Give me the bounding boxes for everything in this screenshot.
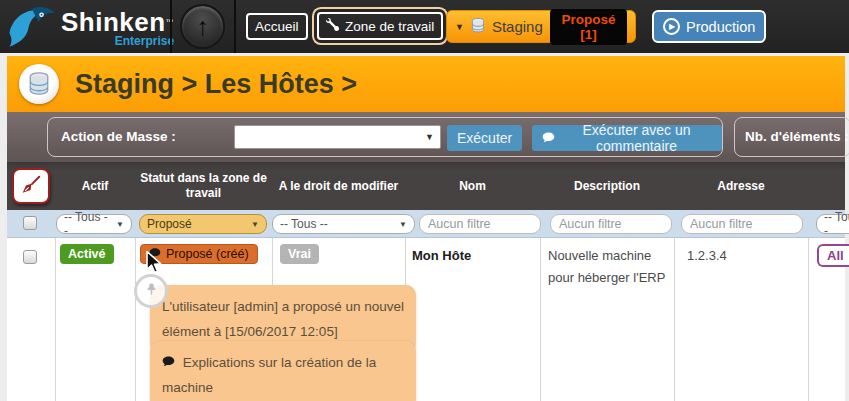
column-header-description[interactable]: Description — [540, 162, 674, 210]
execute-button[interactable]: Exécuter — [447, 125, 522, 151]
workzone-button-label: Zone de travail — [345, 19, 434, 34]
filter-description-input[interactable] — [550, 214, 672, 234]
table-body: Activé Proposé (créé) Vrai Mon Hôte Nouv… — [7, 238, 845, 401]
brand-sub: Enterprise — [115, 36, 174, 47]
table-header: Actif Statut dans la zone de travail A l… — [7, 162, 845, 210]
column-divider — [135, 238, 136, 401]
host-description: Nouvelle machine pour héberger l'ERP — [548, 245, 672, 289]
filter-droit-select[interactable]: -- Tous -- ▼ — [272, 214, 415, 234]
column-divider — [540, 238, 541, 401]
column-header-droit[interactable]: A le droit de modifier — [272, 162, 405, 210]
workzone-button[interactable]: Zone de travail — [317, 12, 443, 40]
divider — [234, 0, 236, 53]
column-header-nom[interactable]: Nom — [405, 162, 540, 210]
filter-actif-select[interactable]: -- Tous -- ▼ — [56, 214, 132, 234]
brand-name: Shinken — [61, 7, 166, 37]
comment-bubble-icon — [542, 130, 555, 146]
filter-adresse-input[interactable] — [681, 214, 803, 234]
active-status-badge: Activé — [60, 244, 114, 264]
column-header-statut[interactable]: Statut dans la zone de travail — [135, 162, 272, 210]
home-button-label: Accueil — [255, 19, 299, 34]
staging-button-label: Staging — [492, 18, 543, 35]
realm-tag-badge: All — [817, 244, 849, 267]
element-count-group: Nb. d'éléments : — [734, 117, 849, 157]
database-icon — [471, 17, 485, 37]
divider — [170, 0, 172, 53]
play-icon: ▶ — [663, 18, 680, 35]
column-header-actif[interactable]: Actif — [55, 162, 135, 210]
row-checkbox[interactable] — [23, 250, 37, 264]
host-address: 1.2.3.4 — [687, 248, 727, 263]
comment-bubble-icon — [162, 355, 179, 370]
page-title: Staging > Les Hôtes > — [75, 69, 357, 100]
column-header-adresse[interactable]: Adresse — [674, 162, 808, 210]
select-all-checkbox[interactable] — [23, 216, 37, 230]
column-divider — [55, 238, 56, 401]
element-count-label: Nb. d'éléments : — [745, 129, 849, 144]
mass-action-select[interactable]: ▼ — [234, 125, 441, 149]
filter-nom-input[interactable] — [419, 214, 541, 234]
proposed-count-badge: Proposé [1] — [550, 9, 627, 45]
rights-badge: Vrai — [280, 244, 319, 264]
shinken-logo[interactable]: Shinken™ Enterprise — [6, 3, 174, 53]
breadcrumb-bar: Staging > Les Hôtes > — [7, 56, 845, 112]
mass-action-bar: Action de Masse : ▼ Exécuter Exécuter av… — [7, 112, 845, 162]
mass-action-group: Action de Masse : ▼ Exécuter Exécuter av… — [47, 117, 723, 157]
database-circle-icon — [19, 64, 59, 104]
column-divider — [674, 238, 675, 401]
shinken-logo-icon — [6, 3, 58, 53]
clear-filters-button[interactable] — [12, 168, 50, 204]
caret-down-icon: ▼ — [399, 220, 407, 229]
up-arrow-icon: ↑ — [196, 12, 209, 41]
production-button[interactable]: ▶ Production — [652, 10, 766, 43]
scroll-top-button[interactable]: ↑ — [180, 4, 225, 49]
filter-row: -- Tous -- ▼ Proposé ▼ -- Tous -- ▼ -- T… — [7, 210, 845, 238]
caret-down-icon: ▼ — [425, 132, 434, 142]
execute-with-comment-button[interactable]: Exécuter avec un commentaire — [532, 125, 722, 151]
broom-icon — [20, 174, 42, 199]
app-window: Shinken™ Enterprise ↑ Accueil Zone de tr… — [0, 0, 849, 401]
caret-down-icon: ▼ — [251, 220, 259, 229]
mass-action-label: Action de Masse : — [61, 129, 176, 144]
host-name[interactable]: Mon Hôte — [412, 248, 471, 263]
staging-dropdown-button[interactable]: ▼ Staging Proposé [1] — [446, 10, 636, 43]
filter-next-select[interactable]: -- Tous -- — [816, 214, 849, 234]
filter-statut-select[interactable]: Proposé ▼ — [139, 214, 267, 234]
execute-button-label: Exécuter — [457, 130, 512, 146]
pushpin-icon — [144, 282, 159, 301]
production-button-label: Production — [686, 19, 755, 35]
column-divider — [808, 238, 809, 401]
top-navigation-bar: Shinken™ Enterprise ↑ Accueil Zone de tr… — [0, 0, 849, 53]
caret-down-icon: ▼ — [455, 22, 464, 32]
comment-tooltip: Explications sur la création de la machi… — [150, 341, 416, 401]
home-button[interactable]: Accueil — [246, 13, 308, 40]
wrench-icon — [326, 18, 339, 34]
caret-down-icon: ▼ — [116, 220, 124, 229]
mouse-cursor — [145, 250, 164, 281]
execute-with-comment-label: Exécuter avec un commentaire — [561, 122, 712, 154]
